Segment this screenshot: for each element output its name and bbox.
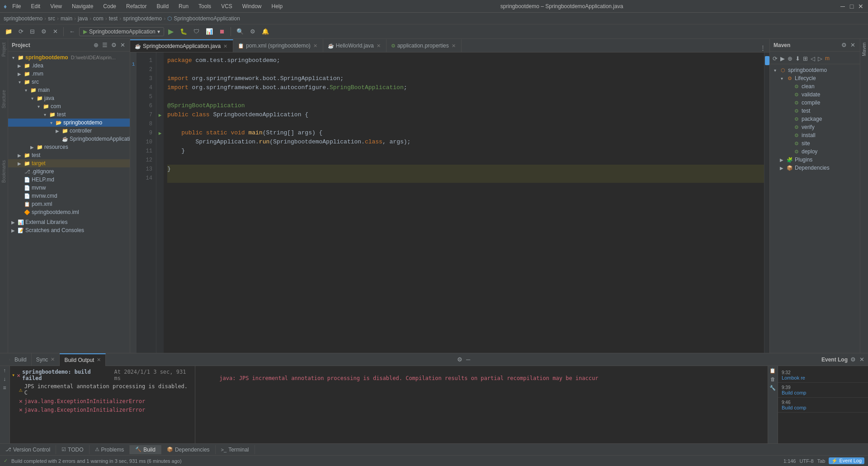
sync-btn[interactable]: ⟳ [16,27,26,36]
build-up-btn[interactable]: ↑ [1,367,8,374]
menu-window[interactable]: Window [241,2,264,10]
minimize-btn[interactable]: ─ [839,3,846,10]
run-inner-gutter[interactable]: ▶ [156,128,164,138]
tab-pom-close[interactable]: ✕ [312,43,318,49]
maven-install[interactable]: ▶ ⚙ install [770,131,860,139]
maven-compile[interactable]: ▶ ⚙ compile [770,99,860,107]
close-btn[interactable]: ✕ [857,3,864,10]
project-icon[interactable]: Project [0,41,7,58]
project-view-btn[interactable]: 📁 [3,27,14,36]
tab-springbootdemo[interactable]: ☕ SpringbootdemoApplication.java ✕ [130,39,233,52]
build-error-1[interactable]: ✕ java.lang.ExceptionInInitializerError [10,397,195,405]
output-close[interactable]: ✕ [97,357,101,363]
tree-idea[interactable]: ▶ 📁 .idea [8,62,130,70]
build-trash-btn[interactable]: 🗑 [769,376,776,383]
maven-next-btn[interactable]: ▷ [817,54,823,63]
menu-vcs[interactable]: VCS [219,2,234,10]
tree-ext-libs[interactable]: ▶ 📊 External Libraries [8,218,130,226]
build-copy-btn[interactable]: 📋 [769,367,776,374]
tree-help[interactable]: ▶ 📄 HELP.md [8,176,130,184]
breadcrumb-classname[interactable]: SpringbootdemoApplication [174,15,240,22]
build-error-2[interactable]: ✕ java.lang.ExceptionInInitializerError [10,405,195,414]
tree-target[interactable]: ▶ 📁 target [8,159,130,167]
maven-expand-btn[interactable]: ⊞ [802,54,809,63]
maven-site[interactable]: ▶ ⚙ site [770,139,860,147]
tree-pom[interactable]: ▶ 📋 pom.xml [8,200,130,208]
add-btn[interactable]: ⊕ [93,41,99,49]
maven-root[interactable]: ▾ ⬡ springbootdemo [770,66,860,74]
maven-clean[interactable]: ▶ ⚙ clean [770,82,860,90]
breadcrumb-class[interactable]: ⬡ [167,15,172,22]
event-link-3[interactable]: Build comp [782,405,806,410]
maven-download-btn[interactable]: ⬇ [794,54,801,63]
back-btn[interactable]: ← [67,27,77,36]
maven-verify[interactable]: ▶ ⚙ verify [770,123,860,131]
maven-dependencies[interactable]: ▶ 📦 Dependencies [770,164,860,172]
tree-gitignore[interactable]: ▶ ⎇ .gitignore [8,167,130,176]
strip-problems[interactable]: ⚠ Problems [90,445,130,454]
hide-btn[interactable]: ✕ [119,41,126,49]
breadcrumb-src[interactable]: src [48,15,55,22]
maven-prev-btn[interactable]: ◁ [810,54,816,63]
event-log-close[interactable]: ✕ [859,355,865,364]
tab-close-btn[interactable]: ✕ [222,43,228,50]
tab-props-close[interactable]: ✕ [451,43,457,49]
gear-btn[interactable]: ⚙ [110,41,118,49]
stop-btn[interactable]: ⏹ [217,27,227,36]
maven-deploy[interactable]: ▶ ⚙ deploy [770,147,860,156]
layout-btn[interactable]: ☰ [101,41,108,49]
build-tool-btn[interactable]: 🔧 [769,384,776,391]
tree-root[interactable]: ▾ 📁 springbootdemo D:\web\IDEA\sprin... [8,53,130,62]
coverage-btn[interactable]: 🛡 [191,27,202,36]
tab-hello-close[interactable]: ✕ [376,43,382,49]
run-btn[interactable]: ▶ [166,26,176,37]
settings2-btn[interactable]: ⚙ [248,27,258,36]
tree-com[interactable]: ▾ 📁 com [8,102,130,110]
debug-btn[interactable]: 🐛 [178,27,189,36]
run-main-gutter[interactable]: ▶ [156,110,164,119]
build-down-btn[interactable]: ↓ [1,376,8,383]
menu-refactor[interactable]: Refactor [124,2,148,10]
build-tab-output[interactable]: Build Output ✕ [60,353,106,366]
notifications-btn[interactable]: 🔔 [259,27,271,36]
maximize-btn[interactable]: □ [848,3,855,10]
search-everywhere-btn[interactable]: 🔍 [234,27,246,36]
tree-controller[interactable]: ▶ 📁 controller [8,127,130,135]
menu-file[interactable]: File [10,2,23,10]
tab-pom[interactable]: 📋 pom.xml (springbootdemo) ✕ [233,39,323,52]
menu-build[interactable]: Build [155,2,170,10]
tab-settings-btn[interactable]: ⋮ [759,43,767,52]
build-tab-sync[interactable]: Sync ✕ [32,353,60,366]
tree-pkg-springbootdemo[interactable]: ▾ 📂 springbootdemo [8,119,130,127]
maven-close-btn[interactable]: ✕ [849,41,856,49]
close-panel-btn[interactable]: ✕ [51,27,60,36]
tree-mvnwcmd[interactable]: ▶ 📄 mvnw.cmd [8,192,130,200]
build-settings-btn[interactable]: ⚙ [456,355,463,364]
event-log-settings[interactable]: ⚙ [849,355,857,364]
breadcrumb-main[interactable]: main [61,15,72,22]
maven-validate[interactable]: ▶ ⚙ validate [770,90,860,99]
maven-strip-label[interactable]: Maven [861,41,868,58]
strip-todo[interactable]: ☑ TODO [56,445,89,454]
profile-btn[interactable]: 📊 [203,27,215,36]
breadcrumb-test[interactable]: test [109,15,118,22]
breadcrumb-java[interactable]: java [78,15,88,22]
maven-refresh-btn[interactable]: ⟳ [772,54,778,63]
breadcrumb-pkg[interactable]: springbootdemo [123,15,162,22]
strip-terminal[interactable]: >_ Terminal [216,445,255,454]
menu-run[interactable]: Run [177,2,190,10]
maven-lifecycle[interactable]: ▾ ⚙ Lifecycle [770,74,860,82]
tree-app-java[interactable]: ▶ ☕ SpringbootdemoApplication [8,135,130,143]
status-encoding[interactable]: UTF-8 [799,458,813,464]
maven-run-btn[interactable]: ▶ [779,54,786,63]
settings-btn[interactable]: ⚙ [39,27,49,36]
build-filter-btn[interactable]: ≡ [1,384,8,391]
strip-build[interactable]: 🔨 Build [130,445,161,454]
tab-hello[interactable]: ☕ HelloWorld.java ✕ [323,39,387,52]
structure-icon[interactable]: Structure [0,88,7,110]
event-link-1[interactable]: Lombok re [782,375,805,380]
build-error-root[interactable]: ▾ ✕ springbootdemo: build failed At 2024… [10,368,195,382]
tree-main[interactable]: ▾ 📁 main [8,86,130,94]
tree-iml[interactable]: ▶ 🔶 springbootdemo.iml [8,208,130,216]
tab-props[interactable]: ⚙ application.properties ✕ [387,39,462,52]
